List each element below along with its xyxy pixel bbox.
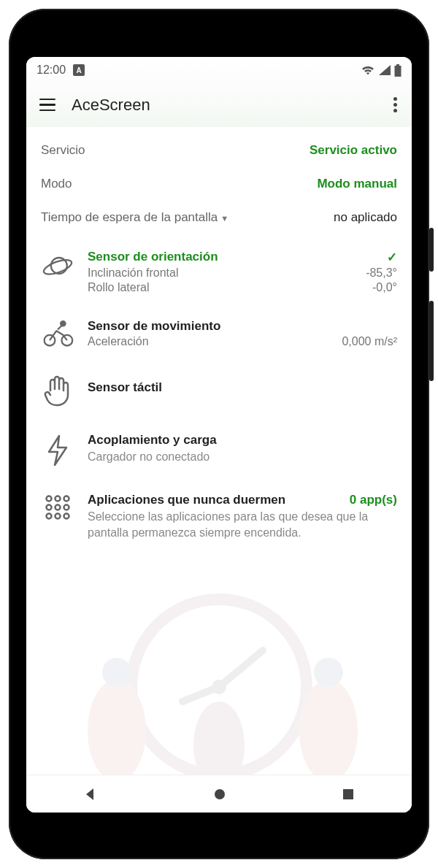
svg-point-14 <box>47 496 52 502</box>
touch-sensor-row[interactable]: Sensor táctil <box>41 373 397 408</box>
svg-point-3 <box>212 680 226 694</box>
lightning-icon <box>41 433 74 468</box>
apps-title: Aplicaciones que nunca duermen 0 app(s) <box>88 493 397 507</box>
svg-rect-24 <box>343 789 353 799</box>
svg-point-0 <box>131 599 307 775</box>
frontal-tilt-line: Inclinación frontal -85,3° <box>88 266 397 280</box>
main-content: Servicio Servicio activo Modo Modo manua… <box>26 127 412 775</box>
svg-point-16 <box>64 496 69 502</box>
svg-point-18 <box>55 505 61 510</box>
svg-point-13 <box>61 321 65 326</box>
svg-point-20 <box>47 514 52 519</box>
mode-row[interactable]: Modo Modo manual <box>41 177 397 191</box>
svg-point-5 <box>102 658 131 687</box>
svg-point-8 <box>193 702 245 775</box>
menu-button[interactable] <box>39 99 55 112</box>
charging-row[interactable]: Acoplamiento y carga Cargador no conecta… <box>41 433 397 468</box>
mode-value: Modo manual <box>317 177 397 191</box>
navigation-bar <box>26 775 412 813</box>
overflow-menu-button[interactable] <box>389 93 402 117</box>
mode-label: Modo <box>41 177 72 191</box>
signal-icon <box>378 64 391 76</box>
nav-back-button[interactable] <box>83 787 98 802</box>
timeout-value: no aplicado <box>334 210 397 225</box>
svg-point-4 <box>88 680 146 775</box>
service-label: Servicio <box>41 143 85 158</box>
side-button-volume <box>429 301 434 381</box>
nav-home-button[interactable] <box>212 787 227 802</box>
service-value: Servicio activo <box>310 143 397 158</box>
svg-point-7 <box>314 658 343 687</box>
motion-title: Sensor de movimiento <box>88 319 397 334</box>
acceleration-line: Aceleración 0,000 m/s² <box>88 335 397 348</box>
app-title: AceScreen <box>72 96 373 115</box>
svg-point-19 <box>64 505 69 510</box>
svg-line-1 <box>219 650 263 687</box>
planet-icon <box>41 250 74 294</box>
motion-sensor-row[interactable]: Sensor de movimiento Aceleración 0,000 m… <box>41 319 397 348</box>
touch-title: Sensor táctil <box>88 380 397 395</box>
side-button-power <box>429 228 434 272</box>
charging-subtitle: Cargador no conectado <box>88 449 397 465</box>
screen: 12:00 A AceScreen <box>26 57 412 813</box>
svg-point-17 <box>47 505 52 510</box>
screen-timeout-row[interactable]: Tiempo de espera de la pantalla▼ no apli… <box>41 210 397 225</box>
background-illustration <box>26 541 412 775</box>
svg-point-23 <box>215 789 225 799</box>
status-time: 12:00 <box>36 64 66 77</box>
cyclist-icon <box>41 319 74 348</box>
lateral-roll-line: Rollo lateral -0,0° <box>88 281 397 294</box>
apps-count: 0 app(s) <box>350 493 397 507</box>
hand-icon <box>41 373 74 408</box>
apps-description: Seleccione las aplicaciones para las que… <box>88 509 397 540</box>
nav-recent-button[interactable] <box>342 788 355 801</box>
status-bar: 12:00 A <box>26 57 412 83</box>
apps-never-sleep-row[interactable]: Aplicaciones que nunca duermen 0 app(s) … <box>41 493 397 540</box>
svg-point-21 <box>55 514 61 519</box>
dropdown-indicator-icon: ▼ <box>220 214 228 223</box>
svg-line-2 <box>182 687 219 702</box>
svg-point-15 <box>55 496 61 502</box>
app-bar: AceScreen <box>26 83 412 127</box>
svg-point-6 <box>299 680 358 775</box>
orientation-title: Sensor de orientación ✓ <box>88 250 397 265</box>
keyboard-icon: A <box>73 64 85 76</box>
orientation-sensor-row[interactable]: Sensor de orientación ✓ Inclinación fron… <box>41 250 397 294</box>
phone-frame: 12:00 A AceScreen <box>9 9 429 859</box>
svg-point-11 <box>45 335 55 346</box>
service-row[interactable]: Servicio Servicio activo <box>41 143 397 158</box>
battery-icon <box>394 64 402 77</box>
timeout-label: Tiempo de espera de la pantalla▼ <box>41 210 228 225</box>
charging-title: Acoplamiento y carga <box>88 433 397 448</box>
apps-grid-icon <box>41 493 74 540</box>
check-icon: ✓ <box>387 250 397 265</box>
svg-point-22 <box>64 514 69 519</box>
wifi-icon <box>361 64 375 76</box>
